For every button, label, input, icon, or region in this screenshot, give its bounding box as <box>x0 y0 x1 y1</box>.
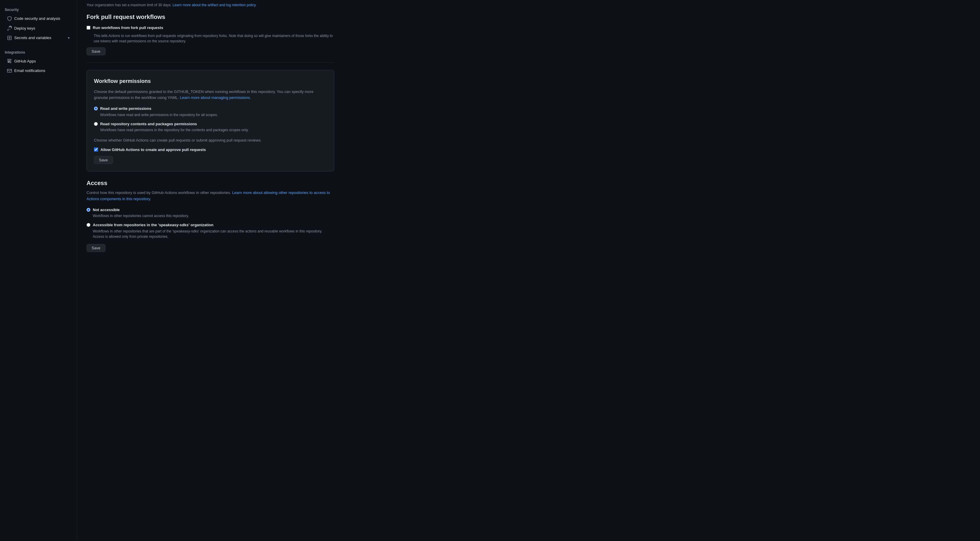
workflow-permissions-save-button[interactable]: Save <box>94 156 113 164</box>
sidebar-item-label: Deploy keys <box>14 25 35 32</box>
access-section: Access Control how this repository is us… <box>86 179 334 252</box>
retention-policy-link[interactable]: Learn more about the artifact and log re… <box>172 3 256 7</box>
not-accessible-sublabel: Workflows in other repositories cannot a… <box>93 213 189 219</box>
sidebar-item-deploy-keys[interactable]: Deploy keys <box>2 24 75 33</box>
read-write-sublabel: Workflows have read and write permission… <box>100 112 218 117</box>
plus-square-icon <box>7 35 12 40</box>
workflow-permissions-description: Choose the default permissions granted t… <box>94 89 327 101</box>
not-accessible-content: Not accessible Workflows in other reposi… <box>93 207 189 219</box>
access-radio-group: Not accessible Workflows in other reposi… <box>86 207 334 239</box>
sidebar-item-github-apps[interactable]: GitHub Apps <box>2 57 75 66</box>
sidebar-item-label: Email notifications <box>14 68 45 74</box>
key-icon <box>7 26 12 30</box>
workflow-permissions-box: Workflow permissions Choose the default … <box>86 70 334 172</box>
read-only-content: Read repository contents and packages pe… <box>100 121 249 133</box>
sidebar-item-code-security[interactable]: Code security and analysis <box>2 14 75 24</box>
access-description: Control how this repository is used by G… <box>86 190 334 202</box>
radio-option-read-only: Read repository contents and packages pe… <box>94 121 327 133</box>
accessible-org-content: Accessible from repositories in the 'spe… <box>93 222 334 239</box>
managing-permissions-link[interactable]: Learn more about managing permissions. <box>180 95 251 100</box>
sidebar-item-label: Secrets and variables <box>14 35 51 41</box>
access-save-button[interactable]: Save <box>86 244 105 252</box>
main-content: Your organization has set a maximum limi… <box>77 0 344 541</box>
fork-save-button[interactable]: Save <box>86 48 105 56</box>
workflow-permissions-title: Workflow permissions <box>94 77 327 85</box>
divider-1 <box>86 62 334 63</box>
fork-section: Fork pull request workflows Run workflow… <box>86 13 334 56</box>
integrations-section-label: Integrations <box>0 48 77 56</box>
accessible-org-label: Accessible from repositories in the 'spe… <box>93 222 334 228</box>
read-write-radio[interactable] <box>94 106 98 111</box>
sidebar-item-label: GitHub Apps <box>14 58 36 64</box>
radio-option-read-write: Read and write permissions Workflows hav… <box>94 106 327 117</box>
read-only-sublabel: Workflows have read permissions in the r… <box>100 127 249 133</box>
read-write-label: Read and write permissions <box>100 106 218 112</box>
mail-icon <box>7 68 12 73</box>
grid-icon <box>7 59 12 63</box>
top-info-text: Your organization has set a maximum limi… <box>86 3 172 7</box>
fork-pr-label[interactable]: Run workflows from fork pull requests <box>93 25 163 31</box>
allow-approve-checkbox-row: Allow GitHub Actions to create and appro… <box>94 147 327 153</box>
not-accessible-label: Not accessible <box>93 207 189 213</box>
fork-section-title: Fork pull request workflows <box>86 13 334 21</box>
fork-checkbox-row: Run workflows from fork pull requests <box>86 25 334 31</box>
allow-approve-checkbox[interactable] <box>94 148 98 152</box>
allow-approve-label[interactable]: Allow GitHub Actions to create and appro… <box>100 147 206 153</box>
sidebar-item-secrets-variables[interactable]: Secrets and variables ▾ <box>2 33 75 43</box>
read-write-content: Read and write permissions Workflows hav… <box>100 106 218 117</box>
radio-option-not-accessible: Not accessible Workflows in other reposi… <box>86 207 334 219</box>
accessible-org-radio[interactable] <box>86 223 91 227</box>
sidebar-item-label: Code security and analysis <box>14 16 60 22</box>
access-title: Access <box>86 179 334 187</box>
radio-option-accessible-org: Accessible from repositories in the 'spe… <box>86 222 334 239</box>
chevron-down-icon: ▾ <box>68 35 70 41</box>
fork-description: This tells Actions to run workflows from… <box>94 33 334 44</box>
sidebar-item-email-notifications[interactable]: Email notifications <box>2 66 75 76</box>
sidebar: Security Code security and analysis Depl… <box>0 0 77 541</box>
fork-pr-checkbox[interactable] <box>86 26 91 30</box>
pull-request-label: Choose whether GitHub Actions can create… <box>94 137 327 143</box>
read-only-radio[interactable] <box>94 122 98 126</box>
top-info-bar: Your organization has set a maximum limi… <box>86 0 334 13</box>
shield-icon <box>7 16 12 21</box>
security-section-label: Security <box>0 5 77 14</box>
workflow-permissions-radio-group: Read and write permissions Workflows hav… <box>94 106 327 133</box>
accessible-org-sublabel: Workflows in other repositories that are… <box>93 228 334 239</box>
read-only-label: Read repository contents and packages pe… <box>100 121 249 127</box>
not-accessible-radio[interactable] <box>86 208 91 212</box>
